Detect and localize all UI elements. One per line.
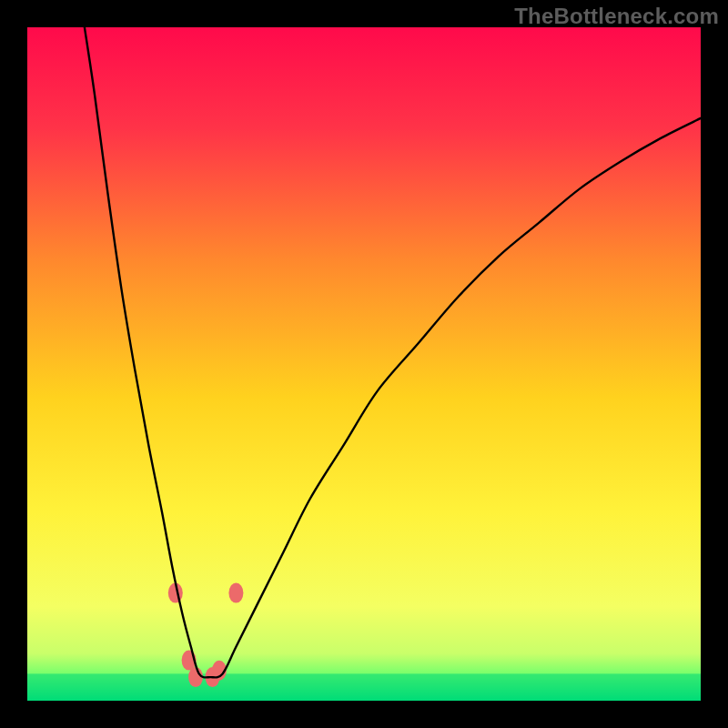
chart-svg: [27, 27, 701, 701]
gradient-background: [27, 27, 701, 701]
green-band: [27, 673, 701, 701]
chart-frame: TheBottleneck.com: [0, 0, 728, 728]
watermark-text: TheBottleneck.com: [514, 4, 719, 29]
plot-area: [27, 27, 701, 701]
highlight-marker: [228, 583, 243, 603]
